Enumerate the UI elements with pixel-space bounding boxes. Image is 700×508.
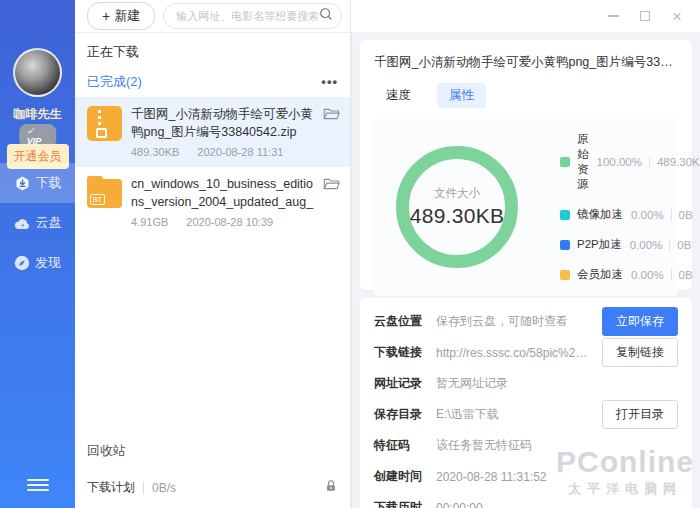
sidebar-item-label: 云盘	[36, 214, 62, 232]
window-controls: ×	[602, 0, 700, 32]
file-size: 489.30KB	[131, 146, 179, 158]
open-folder-icon[interactable]	[323, 106, 340, 158]
sidebar-nav: 下载 云盘 发现	[0, 163, 75, 283]
chart-legend: 原始资源 100.00% 489.30KB 镜像加速 0.00% 0B	[560, 132, 700, 282]
sidebar-item-cloud[interactable]: 云盘	[0, 203, 75, 243]
copy-link-button[interactable]: 复制链接	[602, 338, 678, 367]
info-row-url-record: 网址记录 暂无网址记录	[374, 368, 678, 399]
search-icon[interactable]	[319, 7, 333, 25]
sidebar: 咖啡先生 ✓ VIP 开通会员 下载 云盘 发现	[0, 0, 75, 508]
list-footer: 回收站 下载计划 0B/s	[75, 432, 350, 508]
new-task-button[interactable]: + 新建	[87, 2, 155, 30]
completed-section-row: 已完成(2) •••	[75, 69, 350, 97]
legend-swatch	[560, 240, 570, 250]
legend-swatch	[560, 270, 570, 280]
sidebar-item-label: 下载	[36, 174, 62, 192]
more-options-icon[interactable]: •••	[321, 79, 338, 84]
download-item-zip[interactable]: 千图网_小清新动物手绘可爱小黄鸭png_图片编号33840542.zip 489…	[75, 97, 350, 167]
divider	[143, 482, 144, 494]
size-chart-panel: 文件大小 489.30KB 原始资源 100.00% 489.30KB 镜像加速	[374, 118, 678, 296]
completed-section-header[interactable]: 已完成(2)	[87, 73, 142, 91]
download-item-meta: 489.30KB 2020-08-28 11:31	[131, 146, 314, 158]
menu-icon[interactable]	[27, 476, 49, 494]
info-row-download-link: 下载链接 http://res.sssc.co/58pic%2Fproxy-tc…	[374, 337, 678, 368]
download-manager-window: 咖啡先生 ✓ VIP 开通会员 下载 云盘 发现	[0, 0, 700, 508]
tab-properties[interactable]: 属性	[437, 83, 486, 108]
download-item-text: cn_windows_10_business_editions_version_…	[131, 176, 314, 228]
compass-icon	[14, 255, 30, 271]
properties-card: 千图网_小清新动物手绘可爱小黄鸭png_图片编号33840542.zip 速度 …	[360, 40, 692, 290]
sidebar-item-discover[interactable]: 发现	[0, 243, 75, 283]
lock-icon[interactable]	[324, 479, 338, 496]
minimize-button[interactable]	[602, 5, 624, 27]
legend-swatch	[560, 210, 570, 220]
open-folder-icon[interactable]	[323, 176, 340, 228]
username: 咖啡先生	[0, 106, 75, 123]
donut-center-label: 文件大小	[434, 186, 480, 201]
bt-folder-icon: BT	[87, 179, 122, 208]
info-row-signature: 特征码 该任务暂无特征码	[374, 430, 678, 461]
legend-item: 镜像加速 0.00% 0B	[560, 207, 700, 222]
detail-file-title: 千图网_小清新动物手绘可爱小黄鸭png_图片编号33840542.zip	[374, 54, 678, 71]
file-size: 4.91GB	[131, 216, 168, 228]
zip-file-icon	[87, 106, 122, 141]
legend-item: P2P加速 0.00% 0B	[560, 237, 700, 252]
detail-tabs: 速度 属性	[374, 83, 678, 108]
plus-icon: +	[102, 9, 110, 23]
search-input[interactable]	[176, 10, 319, 22]
info-row-download-duration: 下载历时 00:00:00	[374, 492, 678, 508]
tab-speed[interactable]: 速度	[374, 83, 423, 108]
file-date: 2020-08-28 11:31	[197, 146, 283, 158]
minimize-icon	[608, 15, 619, 17]
info-row-cloud-location: 云盘位置 保存到云盘，可随时查看 立即保存	[374, 306, 678, 337]
donut-center-value: 489.30KB	[410, 204, 505, 228]
download-speed: 0B/s	[152, 481, 324, 495]
download-item-meta: 4.91GB 2020-08-28 10:39	[131, 216, 314, 228]
cloud-icon	[14, 216, 31, 231]
legend-swatch	[560, 157, 570, 167]
recycle-bin-link[interactable]: 回收站	[75, 432, 350, 470]
downloading-section-header[interactable]: 正在下载	[75, 33, 350, 69]
legend-item: 原始资源 100.00% 489.30KB	[560, 132, 700, 192]
topbar: + 新建	[75, 0, 350, 33]
save-now-button[interactable]: 立即保存	[602, 307, 678, 336]
download-item-text: 千图网_小清新动物手绘可爱小黄鸭png_图片编号33840542.zip 489…	[131, 106, 314, 158]
legend-item: 会员加速 0.00% 0B	[560, 267, 700, 282]
download-plan-row: 下载计划 0B/s	[75, 470, 350, 508]
maximize-button[interactable]	[634, 5, 656, 27]
download-item-title: cn_windows_10_business_editions_version_…	[131, 176, 314, 211]
new-task-label: 新建	[114, 7, 140, 25]
maximize-icon	[640, 11, 650, 21]
download-plan-label[interactable]: 下载计划	[87, 479, 135, 496]
avatar[interactable]	[13, 48, 62, 97]
download-shield-icon	[14, 175, 31, 192]
download-item-bt[interactable]: BT cn_windows_10_business_editions_versi…	[75, 167, 350, 237]
detail-panel-body: 千图网_小清新动物手绘可爱小黄鸭png_图片编号33840542.zip 速度 …	[351, 32, 700, 508]
info-row-created-time: 创建时间 2020-08-28 11:31:52	[374, 461, 678, 492]
bt-badge: BT	[90, 194, 105, 205]
search-box	[163, 3, 342, 29]
close-icon: ×	[672, 8, 682, 25]
detail-panel: × 千图网_小清新动物手绘可爱小黄鸭png_图片编号33840542.zip 速…	[351, 0, 700, 508]
sidebar-item-label: 发现	[35, 254, 61, 272]
download-item-title: 千图网_小清新动物手绘可爱小黄鸭png_图片编号33840542.zip	[131, 106, 314, 141]
task-list-panel: + 新建 正在下载 已完成(2) ••• 千图网_小清新动物手绘可爱小黄鸭png…	[75, 0, 351, 508]
close-button[interactable]: ×	[666, 5, 688, 27]
file-info-card: 云盘位置 保存到云盘，可随时查看 立即保存 下载链接 http://res.ss…	[360, 298, 692, 508]
open-directory-button[interactable]: 打开目录	[602, 400, 678, 429]
file-date: 2020-08-28 10:39	[186, 216, 273, 228]
file-size-donut-chart: 文件大小 489.30KB	[396, 146, 518, 268]
info-row-save-directory: 保存目录 E:\迅雷下载 打开目录	[374, 399, 678, 430]
sidebar-item-download[interactable]: 下载	[0, 163, 75, 203]
